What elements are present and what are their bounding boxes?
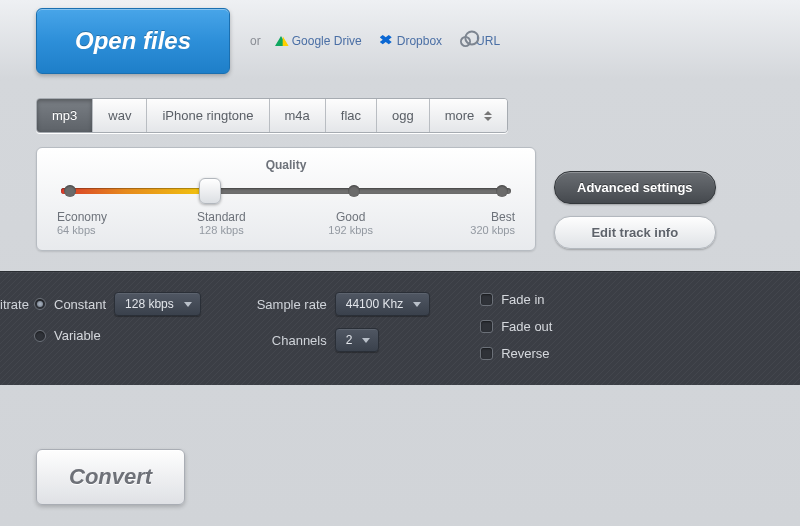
tab-m4a[interactable]: m4a — [270, 99, 326, 132]
bitrate-column: itrate Constant 128 kbps Variable — [0, 292, 201, 361]
bitrate-constant-row: itrate Constant 128 kbps — [0, 292, 201, 316]
google-drive-label: Google Drive — [292, 34, 362, 48]
fade-out-label: Fade out — [501, 319, 552, 334]
fade-in-label: Fade in — [501, 292, 544, 307]
quality-row: Quality Economy 64 kbps Standard 128 kbp… — [0, 133, 800, 271]
dropbox-icon — [380, 35, 392, 47]
advanced-settings-button[interactable]: Advanced settings — [554, 171, 716, 204]
bottom-area: Convert — [0, 385, 800, 505]
reverse-row[interactable]: Reverse — [480, 346, 552, 361]
channels-label: Channels — [251, 333, 327, 348]
quality-label-standard: Standard 128 kbps — [186, 210, 256, 236]
effects-column: Fade in Fade out Reverse — [480, 292, 552, 361]
quality-slider[interactable] — [61, 182, 511, 200]
quality-label-best: Best 320 kbps — [445, 210, 515, 236]
google-drive-link[interactable]: Google Drive — [275, 34, 362, 48]
fade-in-checkbox[interactable] — [480, 293, 493, 306]
bitrate-label: itrate — [0, 297, 26, 312]
url-link[interactable]: URL — [460, 34, 500, 48]
chevron-down-icon — [362, 338, 370, 343]
link-icon — [458, 33, 474, 49]
advanced-settings-strip: itrate Constant 128 kbps Variable Sample… — [0, 271, 800, 385]
tab-ringtone[interactable]: iPhone ringtone — [147, 99, 269, 132]
tab-mp3[interactable]: mp3 — [37, 99, 93, 132]
quality-label-economy: Economy 64 kbps — [57, 210, 127, 236]
bitrate-dropdown-value: 128 kbps — [125, 297, 174, 311]
reverse-label: Reverse — [501, 346, 549, 361]
sample-rate-dropdown[interactable]: 44100 Khz — [335, 292, 430, 316]
google-drive-icon — [275, 36, 287, 46]
fade-out-checkbox[interactable] — [480, 320, 493, 333]
channels-dropdown[interactable]: 2 — [335, 328, 380, 352]
slider-fill — [61, 188, 205, 194]
channels-row: Channels 2 — [251, 328, 430, 352]
sample-rate-row: Sample rate 44100 Khz — [251, 292, 430, 316]
sample-rate-label: Sample rate — [251, 297, 327, 312]
slider-stop-good[interactable] — [348, 185, 360, 197]
slider-stop-economy[interactable] — [64, 185, 76, 197]
fade-out-row[interactable]: Fade out — [480, 319, 552, 334]
bitrate-variable-label: Variable — [54, 328, 101, 343]
quality-name-good: Good — [336, 210, 365, 224]
sort-icon — [484, 111, 492, 121]
edit-track-info-button[interactable]: Edit track info — [554, 216, 716, 249]
chevron-down-icon — [184, 302, 192, 307]
chevron-down-icon — [413, 302, 421, 307]
quality-labels: Economy 64 kbps Standard 128 kbps Good 1… — [57, 210, 515, 236]
quality-rate-standard: 128 kbps — [186, 224, 256, 236]
sample-channels-column: Sample rate 44100 Khz Channels 2 — [251, 292, 430, 361]
bitrate-variable-radio[interactable] — [34, 330, 46, 342]
format-tabs: mp3 wav iPhone ringtone m4a flac ogg mor… — [36, 98, 508, 133]
convert-button[interactable]: Convert — [36, 449, 185, 505]
bitrate-variable-row: Variable — [0, 328, 201, 343]
dropbox-link[interactable]: Dropbox — [380, 34, 442, 48]
format-tabs-area: mp3 wav iPhone ringtone m4a flac ogg mor… — [0, 98, 800, 133]
channels-value: 2 — [346, 333, 353, 347]
side-buttons: Advanced settings Edit track info — [554, 147, 716, 249]
quality-rate-best: 320 kbps — [445, 224, 515, 236]
quality-rate-good: 192 kbps — [316, 224, 386, 236]
quality-label-good: Good 192 kbps — [316, 210, 386, 236]
sample-rate-value: 44100 Khz — [346, 297, 403, 311]
open-files-row: Open files or Google Drive Dropbox URL — [0, 0, 800, 98]
tab-flac[interactable]: flac — [326, 99, 377, 132]
quality-panel: Quality Economy 64 kbps Standard 128 kbp… — [36, 147, 536, 251]
open-files-button[interactable]: Open files — [36, 8, 230, 74]
quality-title: Quality — [57, 158, 515, 172]
bitrate-dropdown[interactable]: 128 kbps — [114, 292, 201, 316]
tab-more[interactable]: more — [430, 99, 508, 132]
fade-in-row[interactable]: Fade in — [480, 292, 552, 307]
dropbox-label: Dropbox — [397, 34, 442, 48]
bitrate-constant-label: Constant — [54, 297, 106, 312]
tab-more-label: more — [445, 108, 475, 123]
quality-name-best: Best — [491, 210, 515, 224]
bitrate-constant-radio[interactable] — [34, 298, 46, 310]
or-text: or — [250, 34, 261, 48]
tab-wav[interactable]: wav — [93, 99, 147, 132]
quality-name-economy: Economy — [57, 210, 107, 224]
quality-rate-economy: 64 kbps — [57, 224, 127, 236]
tab-ogg[interactable]: ogg — [377, 99, 430, 132]
slider-stop-best[interactable] — [496, 185, 508, 197]
reverse-checkbox[interactable] — [480, 347, 493, 360]
quality-name-standard: Standard — [197, 210, 246, 224]
slider-knob[interactable] — [199, 178, 221, 204]
